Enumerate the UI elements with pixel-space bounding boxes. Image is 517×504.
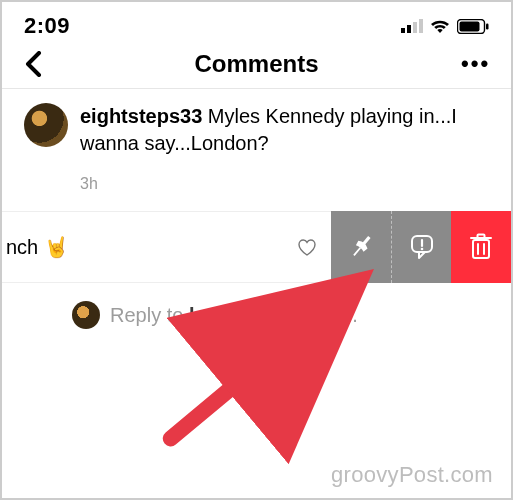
more-button[interactable]: ••• [461, 51, 489, 77]
heart-icon [297, 238, 317, 256]
comment-age: 3h [2, 175, 511, 193]
avatar[interactable] [24, 103, 68, 147]
pin-button[interactable] [331, 211, 391, 283]
status-icons [401, 18, 489, 34]
back-button[interactable] [24, 51, 52, 77]
cell-signal-icon [401, 19, 423, 33]
report-button[interactable] [391, 211, 451, 283]
app-frame: 2:09 Comments ••• eightsteps33 Myles Ken [0, 0, 513, 500]
pushpin-icon [346, 232, 376, 262]
svg-rect-14 [478, 235, 485, 239]
battery-icon [457, 19, 489, 34]
comment-text: eightsteps33 Myles Kennedy playing in...… [80, 103, 489, 157]
wifi-icon [429, 18, 451, 34]
page-title: Comments [52, 50, 461, 78]
clock-time: 2:09 [24, 13, 70, 39]
svg-rect-0 [401, 28, 405, 33]
svg-rect-8 [353, 247, 361, 256]
avatar [72, 301, 100, 329]
reply-handle: kokopelli_ranch [189, 304, 341, 326]
swiped-comment-row[interactable]: nch 🤘 [2, 211, 511, 283]
svg-rect-3 [419, 19, 423, 33]
reply-placeholder[interactable]: Reply to kokopelli_ranch... [110, 304, 358, 327]
watermark: groovyPost.com [331, 462, 493, 488]
svg-rect-1 [407, 25, 411, 33]
status-bar: 2:09 [2, 2, 511, 44]
svg-rect-12 [473, 240, 489, 258]
nav-header: Comments ••• [2, 44, 511, 88]
truncated-text: nch [6, 236, 38, 259]
like-button[interactable] [283, 238, 331, 256]
report-icon [407, 232, 437, 262]
svg-point-11 [420, 248, 423, 251]
comment-username[interactable]: eightsteps33 [80, 105, 202, 127]
delete-button[interactable] [451, 211, 511, 283]
svg-rect-6 [486, 23, 489, 29]
chevron-left-icon [24, 51, 42, 77]
reply-input-row[interactable]: Reply to kokopelli_ranch... [2, 283, 511, 329]
horns-emoji: 🤘 [44, 235, 69, 259]
comment-row[interactable]: eightsteps33 Myles Kennedy playing in...… [2, 89, 511, 165]
swiped-visible-text: nch 🤘 [2, 235, 69, 259]
svg-rect-5 [460, 21, 480, 31]
svg-rect-2 [413, 22, 417, 33]
trash-icon [467, 232, 495, 262]
